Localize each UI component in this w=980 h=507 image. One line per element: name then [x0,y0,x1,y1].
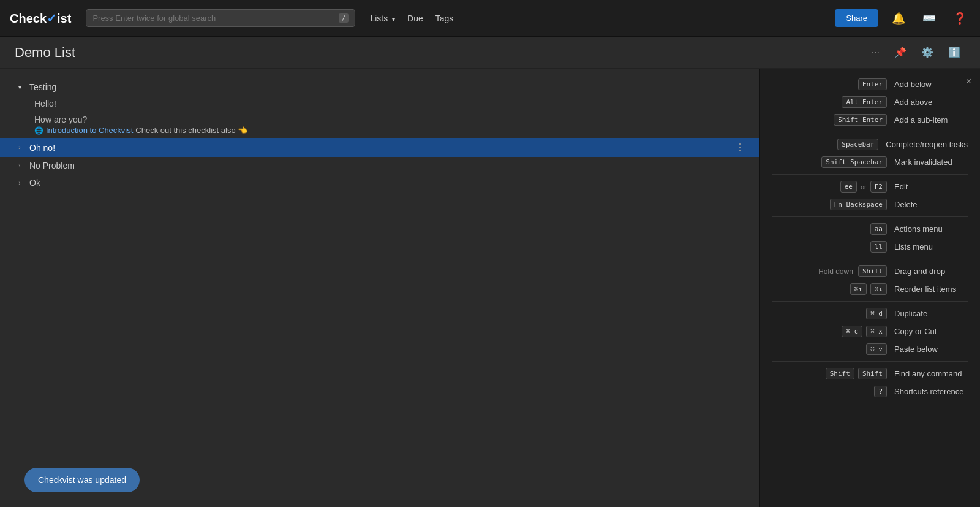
shortcut-or: or [861,183,867,191]
nav-tags[interactable]: Tags [435,13,454,23]
item-label: No Problem [29,161,745,170]
item-label: Testing [29,82,745,92]
collapse-toggle[interactable]: ▾ [15,82,24,92]
item-label: Ok [29,178,745,188]
list-item[interactable]: › Oh no! ⋮ [0,138,760,157]
search-input[interactable] [92,13,333,23]
shortcut-action: Mark invalidated [894,158,968,167]
shortcut-action: Drag and drop [894,267,968,276]
nav-due[interactable]: Due [407,13,423,23]
shortcut-action: Lists menu [894,242,968,251]
info-button[interactable]: ℹ️ [943,44,965,61]
shortcut-row: aa Actions menu [772,223,968,235]
shortcut-action: Shortcuts reference [894,387,968,396]
sub-header-actions: ··· 📌 ⚙️ ℹ️ [867,44,965,61]
shortcut-action: Add above [894,97,968,107]
nav-lists[interactable]: Lists ▾ [370,13,395,23]
top-nav: Check✓ist / Lists ▾ Due Tags Share 🔔 ⌨️ … [0,0,980,37]
notifications-button[interactable]: 🔔 [888,9,909,28]
globe-icon: 🌐 [34,126,43,135]
list-panel: ▾ Testing Hello! How are you? 🌐 Introduc… [0,69,760,507]
shortcut-row: Spacebar Complete/reopen tasks [772,139,968,150]
shortcut-key: ⌘ d [866,308,887,319]
shortcut-key: Enter [858,78,887,90]
shortcut-key: Shift [858,265,887,277]
shortcut-key: Shift Enter [834,114,887,126]
settings-button[interactable]: ⚙️ [916,44,938,61]
shortcut-row: ⌘ c ⌘ x Copy or Cut [772,326,968,337]
child-link-row: 🌐 Introduction to Checkvist Check out th… [34,126,745,135]
logo-check: ✓ [47,12,57,25]
shortcut-action: Add below [894,80,968,89]
shortcut-row: ⌘↑ ⌘↓ Reorder list items [772,283,968,295]
slash-key: / [339,13,349,23]
keyboard-button[interactable]: ⌨️ [919,9,940,28]
search-bar[interactable]: / [86,9,355,27]
shortcut-key: Alt Enter [842,96,887,108]
page-title: Demo List [15,45,867,61]
shortcut-row: ⌘ d Duplicate [772,308,968,319]
pin-button[interactable]: 📌 [889,44,911,61]
nav-links: Lists ▾ Due Tags [370,13,453,23]
shortcut-key: Shift [826,368,854,379]
shortcut-key: F2 [870,181,887,193]
list-item[interactable]: › Ok [0,174,760,191]
expand-toggle[interactable]: › [15,143,24,153]
link-suffix: Check out this checklist also 👈 [135,126,247,135]
help-button[interactable]: ❓ [949,9,970,28]
shortcut-row: Alt Enter Add above [772,96,968,108]
main-area: ▾ Testing Hello! How are you? 🌐 Introduc… [0,69,980,507]
shortcut-action: Reorder list items [894,284,968,294]
child-label: Hello! [34,99,56,109]
shortcut-row: Shift Shift Find any command [772,368,968,379]
shortcut-key: Shift [858,368,887,379]
shortcut-key: ⌘↓ [870,283,887,295]
toast-notification: Checkvist was updated [24,468,140,492]
shortcut-row: ? Shortcuts reference [772,386,968,397]
shortcut-action: Actions menu [894,224,968,234]
shortcut-key: ⌘ v [866,343,887,355]
shortcut-row: Shift Spacebar Mark invalidated [772,156,968,168]
app-logo: Check✓ist [10,11,71,26]
shortcut-row: Enter Add below [772,78,968,90]
shortcut-row: ⌘ v Paste below [772,343,968,355]
shortcut-key: ⌘ x [866,326,887,337]
shortcut-action: Find any command [894,369,968,378]
shortcuts-panel: × Enter Add below Alt Enter Add above Sh… [760,69,980,507]
shortcut-action: Duplicate [894,309,968,318]
shortcut-row: Hold down Shift Drag and drop [772,265,968,277]
shortcut-holddown: Hold down [818,267,853,276]
shortcut-key: Fn-Backspace [830,199,887,210]
lists-dropdown-arrow: ▾ [392,16,395,23]
sub-header: Demo List ··· 📌 ⚙️ ℹ️ [0,37,980,69]
item-label: Oh no! [29,143,730,153]
more-options-button[interactable]: ··· [867,45,884,61]
share-button[interactable]: Share [835,9,878,27]
shortcut-key: ⌘↑ [850,283,867,295]
item-context-menu-icon[interactable]: ⋮ [735,142,745,153]
shortcut-row: ll Lists menu [772,241,968,253]
child-item[interactable]: How are you? 🌐 Introduction to Checkvist… [0,112,760,138]
list-item[interactable]: ▾ Testing [0,78,760,96]
shortcut-row: ee or F2 Edit [772,181,968,193]
shortcuts-close-button[interactable]: × [966,76,971,87]
shortcut-key: Spacebar [837,139,878,150]
expand-toggle[interactable]: › [15,178,24,188]
list-item[interactable]: › No Problem [0,157,760,174]
shortcut-key: Shift Spacebar [821,156,887,168]
shortcut-row: Shift Enter Add a sub-item [772,114,968,126]
shortcut-action: Add a sub-item [894,115,968,124]
shortcut-action: Edit [894,182,968,191]
shortcut-action: Delete [894,200,968,209]
shortcut-key: aa [870,223,887,235]
shortcut-row: Fn-Backspace Delete [772,199,968,210]
intro-link[interactable]: Introduction to Checkvist [46,126,133,135]
shortcut-key: ll [870,241,887,253]
shortcut-action: Complete/reopen tasks [886,140,968,149]
shortcut-key: ⌘ c [842,326,862,337]
child-item[interactable]: Hello! [0,96,760,112]
shortcut-key: ee [840,181,857,193]
shortcut-key: ? [874,386,887,397]
shortcut-action: Copy or Cut [894,327,968,336]
expand-toggle[interactable]: › [15,161,24,170]
